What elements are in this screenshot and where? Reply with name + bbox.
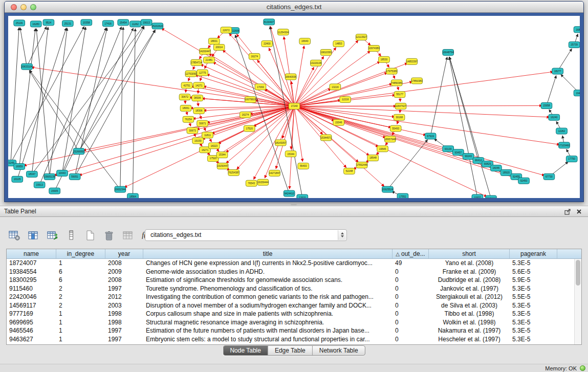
graph-node[interactable]: 17750 (566, 156, 577, 162)
graph-node[interactable]: 74850383 (391, 80, 402, 86)
scrollbar-thumb[interactable] (576, 260, 580, 286)
graph-edge[interactable] (30, 70, 120, 189)
minimize-button[interactable] (20, 4, 27, 10)
graph-edge[interactable] (294, 106, 369, 156)
table-cell[interactable]: 2008 (105, 259, 143, 268)
graph-edge[interactable] (294, 48, 336, 106)
table-cell[interactable]: 9465546 (7, 326, 56, 335)
graph-node[interactable]: 15344 (285, 151, 296, 157)
table-row[interactable]: 1830029562008Estimation of significance … (7, 276, 581, 285)
table-cell[interactable]: 5.3E-5 (510, 259, 557, 268)
graph-node[interactable]: 18277 (552, 68, 563, 74)
table-cell[interactable]: 0 (393, 335, 429, 344)
table-cell[interactable]: Wolkin et al. (1998) (429, 318, 510, 327)
graph-node[interactable]: 16815 (574, 27, 580, 33)
graph-edge[interactable] (24, 106, 294, 166)
graph-node[interactable]: 17975383 (386, 68, 397, 74)
graph-node[interactable]: 9424410 (284, 190, 295, 196)
edit-columns-icon[interactable] (45, 229, 59, 242)
graph-node[interactable]: 11262 (130, 21, 141, 27)
table-cell[interactable]: 0 (393, 310, 429, 318)
column-header-year[interactable]: year (105, 249, 143, 258)
table-cell[interactable]: 0 (393, 276, 429, 285)
graph-node[interactable]: 42751 (181, 82, 192, 89)
table-cell[interactable]: de Silva et al. (2003) (429, 301, 510, 310)
graph-edge[interactable] (39, 28, 106, 185)
zoom-button[interactable] (30, 4, 36, 10)
graph-node[interactable]: 76254 (183, 116, 194, 122)
graph-node[interactable]: 90243 (463, 154, 474, 160)
table-cell[interactable]: Jankovic et al. (1997) (429, 285, 510, 293)
graph-node[interactable]: 55493 (390, 125, 401, 132)
table-cell[interactable]: 0 (393, 285, 429, 293)
show-columns-icon[interactable] (26, 229, 40, 242)
graph-node[interactable]: 38306 (192, 95, 203, 101)
graph-node[interactable]: 20925524 (382, 186, 393, 192)
table-cell[interactable]: 9699695 (7, 318, 56, 327)
table-row[interactable]: 1938455462009Genome-wide association stu… (7, 268, 581, 276)
network-canvas[interactable]: 2510616283952425131203581741625454112621… (8, 16, 580, 198)
table-cell[interactable]: 9777169 (7, 310, 56, 318)
graph-node[interactable]: 20632344 (115, 186, 126, 192)
panel-resize-handle[interactable] (291, 203, 297, 205)
graph-node[interactable]: 10937 (472, 194, 483, 198)
table-cell[interactable]: Disruption of a novel member of a sodium… (143, 301, 393, 310)
table-row[interactable]: 1872400712008Changes of HCN gene express… (7, 259, 581, 268)
graph-edge[interactable] (32, 26, 143, 174)
graph-node[interactable]: 16640 (299, 38, 311, 45)
table-cell[interactable]: 0 (393, 301, 429, 310)
graph-node[interactable]: 10443 (57, 170, 68, 176)
graph-node[interactable]: 25202620 (152, 23, 163, 29)
table-cell[interactable]: 2008 (105, 276, 143, 285)
graph-node[interactable]: 19013 (141, 19, 152, 26)
graph-node[interactable]: 18061 (180, 105, 191, 112)
tab-edge-table[interactable]: Edge Table (268, 346, 313, 355)
graph-node[interactable]: 16046 (490, 165, 502, 171)
graph-edge[interactable] (190, 106, 294, 108)
graph-node[interactable]: 9524 (43, 19, 54, 26)
table-cell[interactable]: 5.9E-5 (510, 276, 557, 285)
graph-edge[interactable] (36, 29, 50, 177)
graph-node[interactable]: 19150447 (217, 163, 228, 169)
float-panel-icon[interactable] (563, 208, 572, 215)
table-cell[interactable]: Dudbridge et al. (2008) (429, 276, 510, 285)
graph-node[interactable]: 19159 (192, 138, 204, 144)
graph-node[interactable]: 18347 (26, 171, 37, 177)
table-row[interactable]: 2242004622012Investigating the contribut… (7, 293, 581, 301)
graph-node[interactable]: 18001 (208, 38, 220, 45)
table-cell[interactable]: 2009 (105, 268, 143, 276)
column-ops-icon[interactable] (64, 229, 78, 242)
create-column-icon[interactable] (83, 229, 97, 242)
table-cell[interactable]: Stergiakouli et al. (2012) (429, 293, 510, 301)
graph-node[interactable]: 19445 (574, 90, 580, 96)
graph-node[interactable]: 17416 (102, 20, 114, 27)
table-row[interactable]: 911546021997Tourette syndrome. Phenomeno… (7, 285, 581, 293)
graph-node[interactable]: 17552 (397, 193, 408, 198)
graph-node[interactable]: 17854714 (191, 59, 202, 65)
table-cell[interactable]: 5.6E-5 (510, 268, 557, 276)
graph-node[interactable]: 30673 (187, 127, 198, 134)
graph-node[interactable]: 25106 (14, 20, 25, 26)
graph-node[interactable]: 18564 (127, 193, 139, 198)
table-cell[interactable]: 9463627 (7, 335, 56, 344)
graph-node[interactable]: 12216 (340, 97, 351, 103)
graph-node[interactable]: 18920 (500, 169, 512, 176)
table-cell[interactable]: 1997 (105, 285, 143, 293)
table-scrollbar[interactable] (574, 259, 581, 344)
table-row[interactable]: 969969511998Structural magnetic resonanc… (7, 318, 581, 327)
table-row[interactable]: 946362711997Embryonic stem cells: a mode… (7, 335, 581, 344)
graph-node[interactable]: 18143057 (275, 140, 286, 146)
graph-node[interactable]: 22672 (221, 27, 232, 33)
graph-node[interactable]: 16959 (14, 164, 25, 170)
graph-node[interactable]: 12775 (197, 70, 208, 76)
graph-edge[interactable] (120, 27, 123, 189)
graph-node[interactable]: 25131 (62, 20, 73, 27)
graph-node[interactable]: 13220136 (310, 60, 321, 66)
table-cell[interactable]: 6 (56, 268, 105, 276)
table-cell[interactable]: 2012 (105, 293, 143, 301)
graph-edge[interactable] (79, 30, 155, 151)
graph-node[interactable]: 16323 (208, 143, 220, 149)
table-cell[interactable]: Yano et al. (2008) (429, 259, 510, 268)
table-cell[interactable]: 49 (393, 259, 429, 268)
table-cell[interactable]: 0 (393, 318, 429, 327)
